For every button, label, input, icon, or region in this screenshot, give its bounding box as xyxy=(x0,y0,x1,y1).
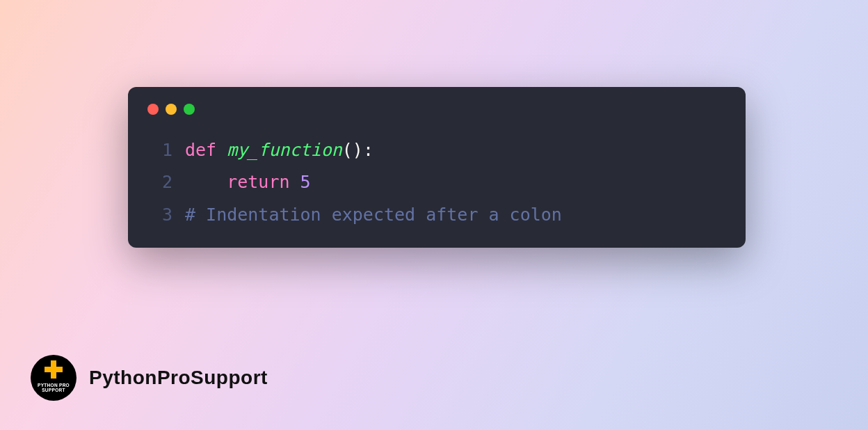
plus-icon xyxy=(45,360,63,379)
code-line: 1def my_function(): xyxy=(147,134,726,166)
author-name: PythonProSupport xyxy=(89,367,268,389)
token-punct xyxy=(185,172,227,192)
code-window: 1def my_function():2 return 53# Indentat… xyxy=(128,87,746,248)
close-icon[interactable] xyxy=(147,104,159,115)
avatar-text: PYTHON PRO SUPPORT xyxy=(31,383,77,392)
code-line-body: return 5 xyxy=(185,166,311,198)
attribution: PYTHON PRO SUPPORT PythonProSupport xyxy=(31,355,268,401)
line-number: 3 xyxy=(147,199,172,231)
line-number: 2 xyxy=(147,166,172,198)
token-keyword: def xyxy=(185,140,227,160)
maximize-icon[interactable] xyxy=(184,104,195,115)
window-controls xyxy=(147,104,726,115)
token-funcname: my_function xyxy=(227,140,342,160)
line-number: 1 xyxy=(147,134,172,166)
code-line: 2 return 5 xyxy=(147,166,726,198)
code-line: 3# Indentation expected after a colon xyxy=(147,199,726,231)
minimize-icon[interactable] xyxy=(166,104,177,115)
code-content: 1def my_function():2 return 53# Indentat… xyxy=(147,134,726,231)
token-punct: (): xyxy=(342,140,373,160)
avatar: PYTHON PRO SUPPORT xyxy=(31,355,77,401)
token-number: 5 xyxy=(300,172,311,192)
code-line-body: # Indentation expected after a colon xyxy=(185,199,562,231)
token-comment: # Indentation expected after a colon xyxy=(185,205,562,225)
code-line-body: def my_function(): xyxy=(185,134,373,166)
token-keyword: return xyxy=(227,172,300,192)
